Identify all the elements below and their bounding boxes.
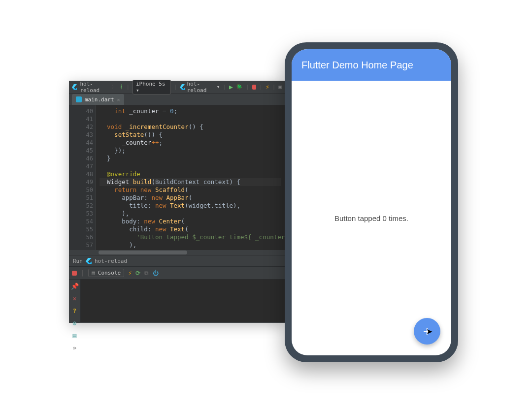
console-tab[interactable]: ▤ Console [88, 269, 124, 277]
file-tab-main-dart[interactable]: main.dart ✕ [72, 94, 124, 105]
divider: | [223, 84, 226, 90]
console-toolbar: | ▤ Console ⚡ ⟳ ⧉ ⏻ [69, 267, 285, 280]
console-sidebar: 📌 ✕ ? ⚙ ▤ » [69, 280, 81, 322]
expand-icon[interactable]: » [73, 344, 77, 351]
divider: | [272, 84, 276, 90]
ide-window: hot-reload 〉 ᚼ | iPhone 5s ▾ | hot-reloa… [69, 81, 285, 323]
fab-increment[interactable]: + ➤ [414, 318, 440, 345]
counter-text: Button tapped 0 times. [334, 214, 408, 222]
restart-button[interactable]: ⟳ [135, 270, 140, 277]
console-tab-label: Console [98, 270, 121, 276]
app-body: Button tapped 0 times. [292, 81, 451, 355]
code-area[interactable]: int _counter = 0; void _incrementCounter… [96, 105, 285, 255]
console-icon: ▤ [92, 270, 95, 276]
ide-toolbar: hot-reload 〉 ᚼ | iPhone 5s ▾ | hot-reloa… [69, 81, 285, 94]
help-icon[interactable]: ? [73, 307, 77, 315]
horizontal-scrollbar[interactable] [69, 250, 285, 255]
divider: | [81, 270, 84, 277]
run-config-label: hot-reload [187, 81, 215, 94]
run-panel-header[interactable]: Run hot-reload [69, 255, 285, 267]
divider: | [246, 84, 249, 90]
dart-file-icon [76, 96, 82, 102]
device-selector[interactable]: iPhone 5s ▾ [133, 80, 171, 94]
console-output[interactable] [81, 280, 285, 322]
run-button[interactable]: ▶ [229, 83, 233, 91]
stop-button[interactable] [252, 85, 257, 90]
project-name[interactable]: hot-reload [80, 81, 108, 94]
run-panel-label: Run [73, 258, 83, 264]
run-panel-config: hot-reload [95, 258, 127, 264]
line-number-gutter: 4041424344454647484950515253545556575859 [69, 105, 96, 255]
divider: | [174, 84, 177, 90]
hot-reload-button[interactable]: ⚡ [266, 83, 269, 91]
cursor-icon: ➤ [426, 328, 432, 336]
hot-reload-button[interactable]: ⚡ [128, 270, 132, 277]
pin-icon[interactable]: 📌 [71, 283, 79, 290]
console-panel: 📌 ✕ ? ⚙ ▤ » [69, 280, 285, 322]
code-editor[interactable]: 4041424344454647484950515253545556575859… [69, 105, 285, 255]
divider: 〉 [111, 83, 117, 91]
more-icon[interactable]: ▣ [278, 84, 282, 90]
file-tab-bar: main.dart ✕ [69, 94, 285, 105]
settings-icon[interactable]: ⚙ [73, 319, 77, 327]
app-bar: Flutter Demo Home Page [292, 49, 451, 81]
app-bar-title: Flutter Demo Home Page [301, 60, 413, 71]
open-observatory-button[interactable]: ⏻ [153, 270, 159, 277]
chevron-down-icon: ▾ [136, 87, 139, 94]
inspector-button[interactable]: ⧉ [144, 270, 149, 277]
branch-icon: ᚼ [120, 84, 123, 90]
flutter-logo-icon [180, 84, 185, 90]
device-frame: Flutter Demo Home Page Button tapped 0 t… [285, 42, 458, 362]
run-config-selector[interactable]: hot-reload ▾ [180, 81, 220, 94]
flutter-logo-icon [72, 84, 77, 90]
device-screen: Flutter Demo Home Page Button tapped 0 t… [292, 49, 451, 355]
debug-button[interactable]: 🪲 [236, 84, 243, 90]
divider: | [126, 84, 130, 90]
flutter-logo-icon [86, 258, 92, 264]
stop-button[interactable] [72, 271, 77, 276]
close-panel-icon[interactable]: ✕ [73, 295, 77, 302]
close-icon[interactable]: ✕ [117, 97, 120, 102]
more-icon[interactable]: ▤ [73, 332, 77, 339]
scrollbar-thumb[interactable] [99, 251, 187, 254]
device-label: iPhone 5s [136, 81, 166, 87]
chevron-down-icon: ▾ [217, 84, 220, 90]
file-tab-label: main.dart [85, 96, 114, 103]
divider: | [259, 84, 263, 90]
